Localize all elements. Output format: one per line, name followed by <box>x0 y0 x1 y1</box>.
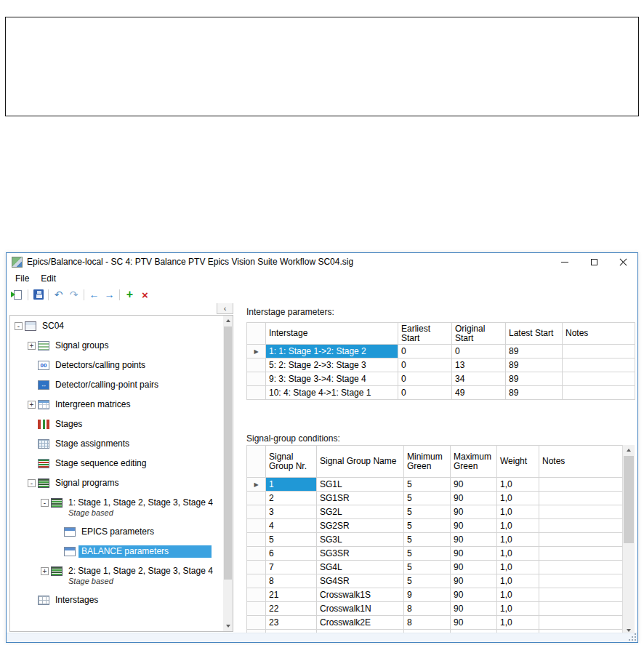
column-header-original-start[interactable]: Original Start <box>452 323 506 345</box>
tree-item-labelbox[interactable]: Stages <box>52 418 212 430</box>
cell[interactable]: 1,0 <box>497 492 539 505</box>
minimize-button[interactable] <box>550 253 579 271</box>
cell[interactable]: 6 <box>266 547 317 561</box>
row-header[interactable] <box>247 561 266 574</box>
column-header-interstage[interactable]: Interstage <box>266 323 398 345</box>
cell[interactable] <box>563 358 635 372</box>
add-button[interactable]: + <box>122 287 137 303</box>
import-button[interactable] <box>10 287 25 303</box>
signal-scrollbar-thumb[interactable] <box>624 456 634 543</box>
tree-item-labelbox[interactable]: BALANCE parameters <box>79 545 212 558</box>
cell[interactable]: 1,0 <box>497 505 539 519</box>
cell[interactable]: 5 <box>404 574 451 588</box>
tree-item-signal-groups[interactable]: +Signal groups <box>13 340 223 352</box>
signal-scroll-down-button[interactable] <box>623 625 635 633</box>
cell[interactable] <box>539 505 623 519</box>
tree-item-detector-calling-point-pairs[interactable]: Detector/calling-point pairs <box>13 379 223 391</box>
cell[interactable]: SG2L <box>317 505 404 519</box>
row-header[interactable] <box>247 588 266 602</box>
tree-scroll-down-button[interactable] <box>223 621 233 631</box>
delete-button[interactable]: × <box>137 287 153 303</box>
cell[interactable] <box>539 602 623 616</box>
row-header[interactable] <box>247 533 266 547</box>
tree-item-detectors-calling-points[interactable]: Detectors/calling points <box>13 359 223 372</box>
tree-item-intergreen-matrices[interactable]: +Intergreen matrices <box>13 398 223 411</box>
current-row-header[interactable]: ▶ <box>247 478 266 492</box>
cell[interactable] <box>539 478 623 492</box>
maximize-button[interactable] <box>579 253 608 271</box>
tree-item-labelbox[interactable]: Detector/calling-point pairs <box>52 379 212 391</box>
cell[interactable]: 90 <box>451 492 497 505</box>
cell[interactable]: 1: 1: Stage 1->2: Stage 2 <box>266 345 398 358</box>
tree-item-2-stage-1-stage-2-stage-3-stage-4[interactable]: +2: Stage 1, Stage 2, Stage 3, Stage 4St… <box>13 565 223 587</box>
cell[interactable]: 5 <box>404 547 451 561</box>
cell[interactable] <box>539 533 623 547</box>
tree-scrollbar[interactable] <box>223 316 233 631</box>
undo-button[interactable]: ↶ <box>51 287 66 303</box>
cell[interactable]: 21 <box>266 588 317 602</box>
cell[interactable]: 90 <box>451 574 497 588</box>
cell[interactable]: 22 <box>266 602 317 616</box>
tree-item-interstages[interactable]: Interstages <box>13 594 223 606</box>
tree-item-labelbox[interactable]: Stage assignments <box>52 438 212 450</box>
save-button[interactable] <box>31 287 46 303</box>
row-header[interactable] <box>247 574 266 588</box>
cell[interactable] <box>539 588 623 602</box>
tree-item-1-stage-1-stage-2-stage-3-stage-4[interactable]: -1: Stage 1, Stage 2, Stage 3, Stage 4St… <box>13 497 223 518</box>
cell[interactable]: 7 <box>266 561 317 574</box>
forward-button[interactable]: → <box>102 287 117 303</box>
cell[interactable]: SG4SR <box>317 574 404 588</box>
tree-item-signal-programs[interactable]: -Signal programs <box>13 477 223 489</box>
cell[interactable]: 1,0 <box>497 588 539 602</box>
cell[interactable]: 5 <box>404 519 451 533</box>
menu-file[interactable]: File <box>9 272 35 285</box>
cell[interactable]: Crosswalk2E <box>317 616 404 630</box>
cell[interactable]: 90 <box>451 533 497 547</box>
cell[interactable]: 90 <box>451 561 497 574</box>
tree-item-epics-parameters[interactable]: EPICS parameters <box>13 526 223 538</box>
cell[interactable]: 1,0 <box>497 547 539 561</box>
cell[interactable]: 3 <box>266 505 317 519</box>
column-header-signal-group-nr[interactable]: Signal Group Nr. <box>266 446 317 478</box>
cell[interactable]: 8 <box>266 574 317 588</box>
column-header-minimum-green[interactable]: Minimum Green <box>404 446 451 478</box>
cell[interactable]: 5: 2: Stage 2->3: Stage 3 <box>266 358 398 372</box>
cell[interactable] <box>539 574 623 588</box>
cell[interactable]: SG1SR <box>317 492 404 505</box>
resize-grip[interactable] <box>628 633 637 641</box>
cell[interactable]: 10: 4: Stage 4->1: Stage 1 <box>266 386 398 400</box>
cell[interactable]: 1,0 <box>497 478 539 492</box>
cell[interactable]: SG1L <box>317 478 404 492</box>
cell[interactable]: 5 <box>404 505 451 519</box>
cell[interactable]: Crosswalk1S <box>317 588 404 602</box>
column-header-signal-group-name[interactable]: Signal Group Name <box>317 446 404 478</box>
cell[interactable]: 5 <box>404 492 451 505</box>
tree-item-labelbox[interactable]: Interstages <box>52 594 212 606</box>
cell[interactable] <box>563 372 635 386</box>
cell[interactable]: 0 <box>398 372 452 386</box>
cell[interactable]: 90 <box>451 519 497 533</box>
cell[interactable]: 0 <box>452 345 506 358</box>
cell[interactable]: SG2SR <box>317 519 404 533</box>
cell[interactable]: 13 <box>452 358 506 372</box>
cell[interactable]: 90 <box>451 547 497 561</box>
cell[interactable]: 90 <box>451 602 497 616</box>
column-header-maximum-green[interactable]: Maximum Green <box>451 446 497 478</box>
tree-item-labelbox[interactable]: Signal programs <box>52 477 212 489</box>
cell[interactable]: SG3L <box>317 533 404 547</box>
redo-button[interactable]: ↷ <box>66 287 81 303</box>
tree-item-labelbox[interactable]: 2: Stage 1, Stage 2, Stage 3, Stage 4Sta… <box>65 565 216 587</box>
tree-scroll-up-button[interactable] <box>223 316 233 326</box>
tree-item-stages[interactable]: Stages <box>13 418 223 430</box>
expand-icon[interactable]: + <box>28 342 36 350</box>
cell[interactable]: SG3SR <box>317 547 404 561</box>
tree-item-stage-sequence-editing[interactable]: Stage sequence editing <box>13 457 223 470</box>
cell[interactable]: 0 <box>398 358 452 372</box>
back-button[interactable]: ← <box>86 287 102 303</box>
tree-scrollbar-thumb[interactable] <box>224 326 232 580</box>
row-header[interactable] <box>247 386 266 400</box>
row-header[interactable] <box>247 492 266 505</box>
cell[interactable]: 90 <box>451 478 497 492</box>
row-header[interactable] <box>247 616 266 630</box>
cell[interactable] <box>563 386 635 400</box>
